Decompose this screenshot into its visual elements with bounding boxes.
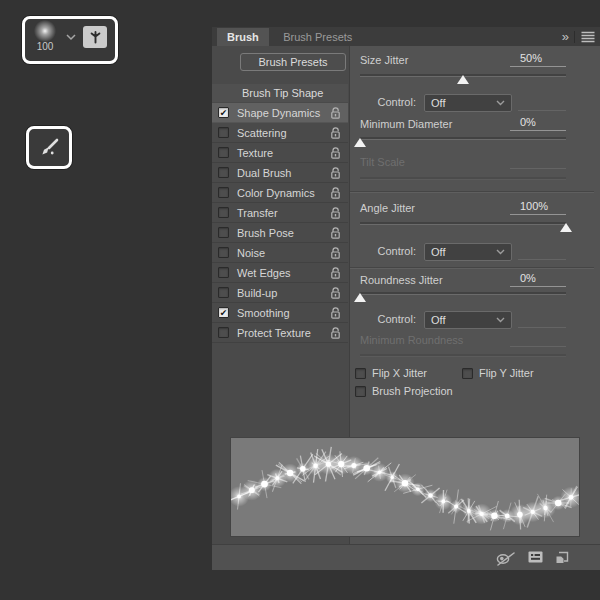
- angle-jitter-value-field[interactable]: 100%: [510, 200, 566, 215]
- checkbox[interactable]: [218, 167, 229, 178]
- checkbox[interactable]: [218, 207, 229, 218]
- size-control-dropdown[interactable]: Off: [424, 94, 512, 112]
- angle-control-dropdown[interactable]: Off: [424, 243, 512, 261]
- brush-setting-label: Dual Brush: [237, 167, 291, 179]
- slider-thumb[interactable]: [457, 75, 469, 84]
- unlock-icon[interactable]: [330, 306, 341, 320]
- unlock-icon[interactable]: [330, 126, 341, 140]
- brush-setting-row[interactable]: Wet Edges: [212, 263, 348, 283]
- flip-y-jitter-label: Flip Y Jitter: [479, 367, 534, 379]
- checkbox[interactable]: [218, 107, 229, 118]
- unlock-icon[interactable]: [330, 186, 341, 200]
- brush-setting-row[interactable]: Texture: [212, 143, 348, 163]
- brush-setting-label: Brush Pose: [237, 227, 294, 239]
- chevron-down-icon[interactable]: [66, 34, 76, 41]
- roundness-jitter-slider[interactable]: [360, 289, 566, 302]
- control-label: Control:: [360, 245, 416, 257]
- brush-setting-row[interactable]: Transfer: [212, 203, 348, 223]
- brush-tool-button[interactable]: [26, 126, 72, 169]
- panel-footer: [212, 544, 600, 570]
- brush-setting-row[interactable]: Build-up: [212, 283, 348, 303]
- brush-setting-label: Color Dynamics: [237, 187, 315, 199]
- angle-control-steps-field: [518, 245, 566, 260]
- brush-setting-row[interactable]: Scattering: [212, 123, 348, 143]
- unlock-icon[interactable]: [330, 206, 341, 220]
- brush-setting-label: Build-up: [237, 287, 277, 299]
- checkbox[interactable]: [218, 187, 229, 198]
- unlock-icon[interactable]: [330, 226, 341, 240]
- brush-setting-row[interactable]: Dual Brush: [212, 163, 348, 183]
- unlock-icon[interactable]: [330, 286, 341, 300]
- brush-settings-panel: Brush Brush Presets » Brush Presets Brus…: [212, 27, 600, 570]
- size-jitter-slider[interactable]: [360, 71, 566, 84]
- flip-x-jitter-label: Flip X Jitter: [372, 367, 427, 379]
- brush-setting-row[interactable]: Smoothing: [212, 303, 348, 323]
- brush-preset-picker[interactable]: 100: [22, 16, 118, 64]
- brush-setting-label: Noise: [237, 247, 265, 259]
- sidebar-item-brush-tip-shape[interactable]: Brush Tip Shape: [212, 84, 348, 102]
- size-jitter-label: Size Jitter: [360, 54, 408, 66]
- chevron-down-icon: [496, 249, 505, 255]
- roundness-control-dropdown[interactable]: Off: [424, 311, 512, 329]
- checkbox[interactable]: [218, 127, 229, 138]
- divider: [350, 267, 594, 268]
- angle-jitter-slider[interactable]: [360, 219, 566, 232]
- collapse-panel-icon[interactable]: »: [562, 27, 568, 46]
- tab-brush[interactable]: Brush: [217, 28, 269, 47]
- brush-tool-icon: [37, 137, 61, 158]
- minimum-diameter-slider[interactable]: [360, 134, 566, 147]
- brush-stroke-preview-image: [231, 438, 579, 536]
- flip-x-jitter-checkbox[interactable]: [355, 368, 366, 379]
- workspace-background: 100 Brush Brush Presets »: [0, 0, 600, 600]
- unlock-icon[interactable]: [330, 166, 341, 180]
- brush-setting-row[interactable]: Noise: [212, 243, 348, 263]
- checkbox[interactable]: [218, 267, 229, 278]
- toggle-brush-panel-button[interactable]: [83, 26, 107, 48]
- flip-y-jitter-checkbox[interactable]: [462, 368, 473, 379]
- create-new-brush-icon[interactable]: [554, 550, 570, 565]
- brush-setting-row[interactable]: Brush Pose: [212, 223, 348, 243]
- tilt-scale-label: Tilt Scale: [360, 156, 405, 168]
- unlock-icon[interactable]: [330, 146, 341, 160]
- slider-thumb[interactable]: [560, 223, 572, 232]
- checkbox[interactable]: [218, 287, 229, 298]
- brush-presets-button[interactable]: Brush Presets: [240, 53, 346, 71]
- minimum-roundness-label: Minimum Roundness: [360, 334, 463, 346]
- unlock-icon[interactable]: [330, 246, 341, 260]
- brush-preview-thumbnail-icon[interactable]: [33, 20, 57, 42]
- size-control-steps-field: [518, 96, 566, 111]
- divider: [350, 191, 594, 192]
- checkbox[interactable]: [218, 227, 229, 238]
- live-tip-preview-icon[interactable]: [494, 550, 518, 567]
- slider-thumb[interactable]: [354, 293, 366, 302]
- checkbox[interactable]: [218, 247, 229, 258]
- brush-setting-label: Wet Edges: [237, 267, 291, 279]
- toggle-brush-panel-icon: [88, 30, 103, 45]
- roundness-jitter-value-field[interactable]: 0%: [510, 272, 566, 287]
- control-label: Control:: [360, 313, 416, 325]
- brush-projection-checkbox[interactable]: [355, 386, 366, 397]
- unlock-icon[interactable]: [330, 266, 341, 280]
- preset-manager-icon[interactable]: [528, 550, 544, 564]
- tab-brush-presets[interactable]: Brush Presets: [273, 28, 362, 47]
- panel-tab-bar: Brush Brush Presets »: [212, 27, 600, 46]
- checkbox[interactable]: [218, 147, 229, 158]
- tilt-scale-value-field: [510, 154, 566, 169]
- panel-menu-icon[interactable]: [581, 31, 595, 43]
- brush-stroke-preview: [230, 437, 580, 537]
- checkbox[interactable]: [218, 327, 229, 338]
- angle-jitter-label: Angle Jitter: [360, 202, 415, 214]
- minimum-diameter-label: Minimum Diameter: [360, 118, 452, 130]
- unlock-icon[interactable]: [330, 106, 341, 120]
- size-jitter-value-field[interactable]: 50%: [510, 52, 566, 67]
- checkbox[interactable]: [218, 307, 229, 318]
- brush-setting-row[interactable]: Shape Dynamics: [212, 103, 348, 123]
- brush-setting-label: Transfer: [237, 207, 278, 219]
- minimum-diameter-value-field[interactable]: 0%: [510, 116, 566, 131]
- roundness-control-steps-field: [518, 313, 566, 328]
- brush-setting-label: Smoothing: [237, 307, 290, 319]
- slider-thumb[interactable]: [354, 138, 366, 147]
- brush-setting-row[interactable]: Color Dynamics: [212, 183, 348, 203]
- brush-setting-row[interactable]: Protect Texture: [212, 323, 348, 343]
- unlock-icon[interactable]: [330, 326, 341, 340]
